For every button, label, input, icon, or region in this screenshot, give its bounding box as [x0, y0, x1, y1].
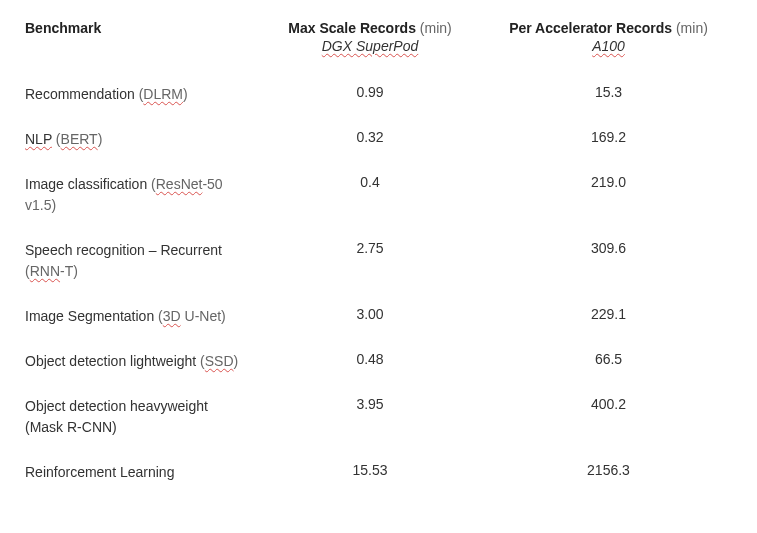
benchmark-name: NLP (BERT)	[25, 129, 255, 150]
benchmark-name: Reinforcement Learning	[25, 462, 255, 483]
per-accel-value: 2156.3	[485, 462, 732, 478]
max-scale-value: 3.00	[255, 306, 485, 322]
max-scale-value: 3.95	[255, 396, 485, 412]
table-row: NLP (BERT) 0.32 169.2	[25, 129, 732, 150]
table-header-row: Benchmark Max Scale Records (min) DGX Su…	[25, 20, 732, 54]
per-accel-value: 169.2	[485, 129, 732, 145]
table-row: Image Segmentation (3D U-Net) 3.00 229.1	[25, 306, 732, 327]
table-row: Recommendation (DLRM) 0.99 15.3	[25, 84, 732, 105]
per-accel-value: 229.1	[485, 306, 732, 322]
per-accel-value: 219.0	[485, 174, 732, 190]
benchmark-name: Image classification (ResNet-50 v1.5)	[25, 174, 255, 216]
benchmark-name: Object detection lightweight (SSD)	[25, 351, 255, 372]
max-scale-value: 0.4	[255, 174, 485, 190]
table-row: Speech recognition – Recurrent (RNN-T) 2…	[25, 240, 732, 282]
benchmark-table: Benchmark Max Scale Records (min) DGX Su…	[25, 20, 732, 483]
benchmark-name: Image Segmentation (3D U-Net)	[25, 306, 255, 327]
header-per-sub: A100	[592, 38, 625, 54]
table-row: Object detection heavyweight (Mask R-CNN…	[25, 396, 732, 438]
max-scale-value: 0.48	[255, 351, 485, 367]
per-accel-value: 66.5	[485, 351, 732, 367]
benchmark-name: Recommendation (DLRM)	[25, 84, 255, 105]
max-scale-value: 0.32	[255, 129, 485, 145]
max-scale-value: 0.99	[255, 84, 485, 100]
header-max-unit: (min)	[420, 20, 452, 36]
per-accel-value: 309.6	[485, 240, 732, 256]
header-max-scale: Max Scale Records (min) DGX SuperPod	[255, 20, 485, 54]
header-per-unit: (min)	[676, 20, 708, 36]
per-accel-value: 400.2	[485, 396, 732, 412]
max-scale-value: 2.75	[255, 240, 485, 256]
header-max-sub: DGX SuperPod	[322, 38, 419, 54]
per-accel-value: 15.3	[485, 84, 732, 100]
header-per-label: Per Accelerator Records	[509, 20, 672, 36]
table-row: Image classification (ResNet-50 v1.5) 0.…	[25, 174, 732, 216]
table-row: Object detection lightweight (SSD) 0.48 …	[25, 351, 732, 372]
benchmark-name: Speech recognition – Recurrent (RNN-T)	[25, 240, 255, 282]
max-scale-value: 15.53	[255, 462, 485, 478]
table-row: Reinforcement Learning 15.53 2156.3	[25, 462, 732, 483]
header-per-accel: Per Accelerator Records (min) A100	[485, 20, 732, 54]
header-benchmark: Benchmark	[25, 20, 255, 36]
header-benchmark-label: Benchmark	[25, 20, 101, 36]
benchmark-name: Object detection heavyweight (Mask R-CNN…	[25, 396, 255, 438]
header-max-label: Max Scale Records	[288, 20, 416, 36]
